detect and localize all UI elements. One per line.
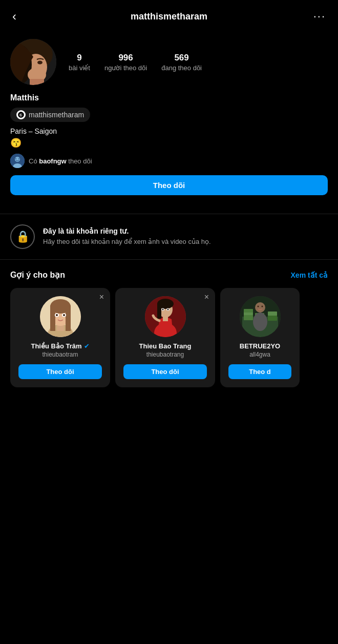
svg-point-48 — [255, 302, 265, 313]
svg-point-50 — [257, 306, 259, 307]
suggestions-section: Gợi ý cho bạn Xem tất cả × — [0, 270, 338, 387]
card-follow-button-2[interactable]: Theo dõi — [123, 364, 207, 379]
private-text-block: Đây là tài khoản riêng tư. Hãy theo dõi … — [43, 227, 211, 246]
bio-location: Paris – Saigon — [10, 127, 328, 135]
lock-icon-wrapper: 🔒 — [10, 224, 35, 249]
threads-icon — [16, 110, 26, 119]
profile-name: Matthis — [10, 93, 328, 102]
follower-preview-avatar — [10, 154, 25, 168]
card-close-button-2[interactable]: × — [204, 293, 209, 301]
suggestions-row: × — [10, 288, 328, 387]
svg-point-36 — [162, 309, 163, 310]
svg-rect-47 — [268, 311, 277, 316]
card-name-2: Thieu Bao Trang — [139, 342, 192, 350]
stats-row: 9 bài viết 996 người theo dõi 569 đang t… — [69, 53, 328, 72]
card-name-row-2: Thieu Bao Trang — [139, 342, 192, 350]
following-count: 569 — [174, 53, 188, 63]
verified-badge-1: ✔ — [84, 342, 90, 350]
following-stat[interactable]: 569 đang theo dõi — [161, 53, 202, 72]
svg-rect-33 — [157, 303, 161, 319]
suggestion-card-2: × — [115, 288, 215, 387]
private-account-notice: 🔒 Đây là tài khoản riêng tư. Hãy theo dõ… — [0, 214, 338, 260]
threads-handle: matthismetharam — [29, 111, 84, 119]
follower-text: Có baofngw theo dõi — [29, 157, 92, 165]
avatar-image — [10, 39, 56, 85]
more-options-button[interactable]: ··· — [311, 9, 328, 24]
see-all-button[interactable]: Xem tất cả — [291, 271, 328, 279]
lock-icon: 🔒 — [16, 230, 30, 243]
svg-rect-7 — [30, 79, 44, 85]
profile-top-row: 9 bài viết 996 người theo dõi 569 đang t… — [10, 39, 328, 85]
card-name-3: BETRUE2YO — [240, 342, 280, 350]
card-handle-1: thieubaotram — [42, 351, 78, 358]
follower-preview[interactable]: Có baofngw theo dõi — [10, 154, 328, 168]
profile-header: ‹ matthismetharam ··· — [0, 0, 338, 33]
suggestions-title: Gợi ý cho bạn — [10, 270, 65, 280]
header-title: matthismetharam — [131, 11, 207, 22]
followers-label: người theo dõi — [104, 64, 147, 72]
svg-point-5 — [37, 61, 43, 65]
card-follow-button-1[interactable]: Theo dõi — [18, 364, 102, 379]
suggestion-card-3: BETRUE2YO all4gwa Theo d — [220, 288, 300, 387]
svg-point-24 — [56, 314, 58, 316]
posts-stat: 9 bài viết — [69, 53, 90, 72]
card-name-1: Thiều Bảo Trâm — [31, 342, 81, 350]
card-name-row-1: Thiều Bảo Trâm ✔ — [31, 342, 89, 350]
svg-point-11 — [15, 158, 16, 159]
svg-rect-21 — [66, 305, 71, 331]
bio-emoji: 😙 — [10, 137, 328, 149]
threads-badge[interactable]: matthismetharam — [10, 108, 90, 122]
private-account-title: Đây là tài khoản riêng tư. — [43, 227, 211, 235]
followers-count: 996 — [118, 53, 133, 63]
profile-section: 9 bài viết 996 người theo dõi 569 đang t… — [0, 33, 338, 214]
svg-point-51 — [261, 306, 263, 307]
svg-point-12 — [18, 158, 19, 159]
suggestion-card-1: × — [10, 288, 110, 387]
card-handle-2: thieubaotrang — [146, 351, 184, 358]
svg-point-37 — [167, 309, 168, 310]
posts-count: 9 — [77, 53, 81, 63]
card-close-button-1[interactable]: × — [99, 293, 104, 301]
suggestions-header: Gợi ý cho bạn Xem tất cả — [10, 270, 328, 280]
follow-button[interactable]: Theo dõi — [10, 175, 328, 195]
card-avatar-1 — [40, 296, 81, 337]
following-label: đang theo dõi — [161, 64, 202, 72]
card-avatar-2 — [145, 296, 186, 337]
back-button[interactable]: ‹ — [10, 8, 18, 25]
svg-point-25 — [63, 314, 65, 316]
svg-rect-43 — [244, 309, 253, 313]
svg-point-49 — [253, 313, 267, 331]
card-avatar-3 — [240, 296, 281, 337]
card-handle-3: all4gwa — [249, 351, 270, 358]
posts-label: bài viết — [69, 64, 90, 72]
card-name-row-3: BETRUE2YO — [240, 342, 280, 350]
follower-name: baofngw — [39, 157, 66, 165]
card-follow-button-3[interactable]: Theo d — [228, 364, 291, 379]
svg-rect-20 — [50, 305, 55, 331]
followers-stat[interactable]: 996 người theo dõi — [104, 53, 147, 72]
profile-avatar — [10, 39, 56, 85]
private-account-description: Hãy theo dõi tài khoản này để xem ảnh và… — [43, 237, 211, 246]
